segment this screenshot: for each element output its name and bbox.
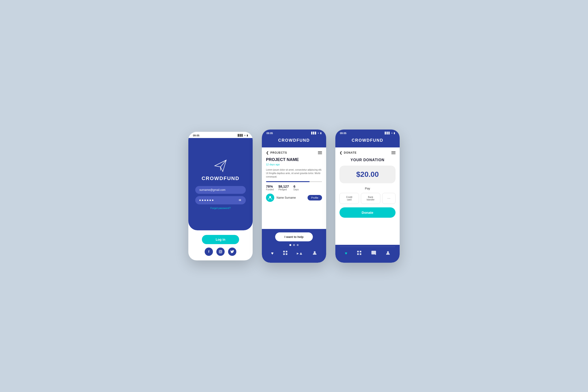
phone-donate: 09:05 ▋▋▋ ≈ ▮ CROWDFUND ❮ DONATE YOUR DO…	[335, 130, 400, 263]
status-bar-3: 09:05 ▋▋▋ ≈ ▮	[335, 130, 400, 136]
bank-transfer-option[interactable]: Banktransfer	[361, 193, 380, 204]
heart-nav-icon-3[interactable]: ♥	[345, 251, 347, 256]
status-bar-1: 09:05 ▋▋▋ ≈ ▮	[188, 132, 253, 138]
time-2: 09:05	[266, 132, 273, 134]
svg-point-11	[314, 251, 316, 253]
signal-icon-2: ▋▋▋	[311, 132, 317, 134]
back-projects[interactable]: ❮ PROJECTS	[266, 151, 287, 154]
instagram-icon[interactable]	[216, 248, 225, 256]
donate-button[interactable]: Donate	[340, 207, 396, 218]
chat-nav-icon[interactable]: ▸▲	[297, 251, 303, 256]
help-button[interactable]: I want to help	[275, 232, 312, 241]
profile-button[interactable]: Profile	[308, 195, 322, 200]
donate-header: CROWDFUND	[335, 136, 400, 148]
battery-icon-2: ▮	[320, 132, 322, 134]
chat-nav-icon-3[interactable]	[372, 251, 376, 256]
signal-icon: ▋▋▋	[238, 134, 243, 137]
back-arrow-icon: ❮	[266, 151, 269, 154]
battery-icon-3: ▮	[394, 132, 395, 134]
user-nav-icon-3[interactable]	[386, 250, 390, 256]
donation-amount: $20.00	[344, 170, 391, 179]
profile-row: Name Surname Profile	[266, 194, 322, 202]
battery-icon: ▮	[247, 134, 248, 137]
pledged-stat: $8,127 Pledged	[278, 184, 289, 191]
wifi-icon-2: ≈	[318, 132, 319, 134]
phone-login: 09:05 ▋▋▋ ≈ ▮ CROWDFUND surname@gmail.co…	[188, 132, 253, 260]
more-icon: ···	[387, 196, 390, 200]
user-nav-icon[interactable]	[312, 250, 317, 256]
svg-rect-9	[283, 253, 285, 255]
donate-app-title: CROWDFUND	[340, 138, 395, 143]
bank-transfer-label: Banktransfer	[366, 196, 374, 201]
eye-icon[interactable]: 👁	[238, 198, 242, 202]
phone-projects: 09:05 ▋▋▋ ≈ ▮ CROWDFUND ❮ PROJECTS PROJE…	[262, 130, 326, 263]
project-description: Lorem ipsum dolor sit amet, consectetur …	[266, 168, 322, 178]
svg-rect-12	[357, 251, 359, 252]
phones-container: 09:05 ▋▋▋ ≈ ▮ CROWDFUND surname@gmail.co…	[188, 130, 400, 263]
donate-content: ❮ DONATE YOUR DONATION $20.00 Pay Credit…	[335, 148, 400, 245]
projects-footer: I want to help ♥ ▸▲	[262, 229, 326, 263]
email-field[interactable]: surname@gmail.com	[195, 186, 246, 194]
svg-rect-8	[286, 251, 287, 252]
stats-row: 78% Funded $8,127 Pledged 6 Days	[266, 184, 322, 191]
dot-indicators	[290, 244, 298, 246]
grid-nav-icon-3[interactable]	[357, 250, 362, 256]
hamburger-menu-3[interactable]	[392, 151, 396, 154]
dot-3	[297, 244, 298, 246]
days-label: Days	[294, 188, 299, 191]
svg-rect-7	[283, 251, 285, 252]
svg-rect-15	[360, 253, 361, 255]
svg-point-4	[220, 251, 221, 252]
donate-footer: ♥	[335, 245, 400, 263]
status-icons-3: ▋▋▋ ≈ ▮	[385, 132, 395, 134]
pledged-label: Pledged	[278, 188, 289, 191]
donate-label: DONATE	[344, 151, 357, 154]
forgot-password-link[interactable]: Forgot password?	[195, 207, 246, 210]
more-options[interactable]: ···	[382, 193, 396, 204]
svg-rect-13	[360, 251, 361, 252]
password-field[interactable]: 👁	[195, 196, 246, 204]
login-top-section: CROWDFUND surname@gmail.com 👁 Forgot pas…	[188, 138, 253, 230]
svg-rect-3	[219, 250, 222, 253]
funded-value: 78%	[266, 184, 274, 188]
twitter-icon[interactable]	[228, 248, 236, 256]
facebook-icon[interactable]: f	[205, 248, 213, 256]
credit-card-option[interactable]: Creditcard	[340, 193, 359, 204]
password-dots	[199, 200, 214, 201]
amount-display: $20.00	[340, 166, 396, 183]
bottom-nav-2: ♥ ▸▲	[266, 249, 322, 258]
back-donate[interactable]: ❮ DONATE	[340, 151, 357, 154]
login-button[interactable]: Log in	[202, 235, 239, 244]
hamburger-menu[interactable]	[318, 151, 322, 154]
grid-nav-icon[interactable]	[283, 250, 288, 256]
projects-header: CROWDFUND	[262, 136, 326, 148]
projects-app-title: CROWDFUND	[266, 138, 322, 143]
user-avatar	[266, 194, 274, 202]
time-1: 09:05	[193, 134, 199, 137]
login-form: surname@gmail.com 👁 Forgot password?	[193, 186, 248, 210]
funded-stat: 78% Funded	[266, 184, 274, 191]
pledged-value: $8,127	[278, 184, 289, 188]
email-text: surname@gmail.com	[199, 188, 226, 192]
funded-label: Funded	[266, 188, 274, 191]
donate-nav: ❮ DONATE	[340, 151, 396, 154]
projects-label: PROJECTS	[270, 151, 287, 154]
app-title-1: CROWDFUND	[202, 176, 240, 182]
social-icons: f	[205, 248, 236, 256]
progress-bar	[266, 181, 322, 182]
heart-nav-icon[interactable]: ♥	[271, 251, 274, 256]
progress-fill	[266, 181, 310, 182]
wifi-icon-3: ≈	[392, 132, 393, 134]
svg-point-16	[387, 251, 389, 253]
credit-card-label: Creditcard	[346, 196, 352, 201]
dot-1	[290, 244, 291, 246]
svg-rect-14	[357, 253, 359, 255]
svg-point-6	[269, 196, 271, 198]
days-stat: 6 Days	[294, 184, 299, 191]
signal-icon-3: ▋▋▋	[385, 132, 390, 134]
projects-nav: ❮ PROJECTS	[266, 151, 322, 154]
project-date: 12 days ago	[266, 163, 322, 166]
paper-plane-icon	[214, 159, 228, 173]
days-value: 6	[294, 184, 299, 188]
bottom-nav-3: ♥	[340, 249, 395, 258]
